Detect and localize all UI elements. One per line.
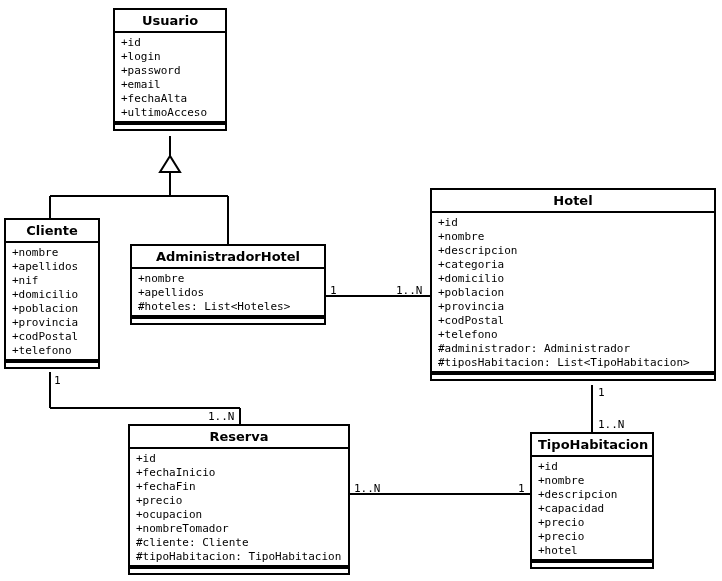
- multiplicity-label: 1: [518, 482, 525, 495]
- class-name: AdministradorHotel: [132, 246, 324, 269]
- class-name: Cliente: [6, 220, 98, 243]
- class-attrs: +id +nombre +descripcion +categoria +dom…: [432, 213, 714, 373]
- multiplicity-label: 1..N: [208, 410, 235, 423]
- class-attrs: +id +fechaInicio +fechaFin +precio +ocup…: [130, 449, 348, 567]
- class-name: Reserva: [130, 426, 348, 449]
- class-administradorhotel: AdministradorHotel +nombre +apellidos #h…: [130, 244, 326, 325]
- class-cliente: Cliente +nombre +apellidos +nif +domicil…: [4, 218, 100, 369]
- class-tipohabitacion: TipoHabitacion +id +nombre +descripcion …: [530, 432, 654, 569]
- class-name: Usuario: [115, 10, 225, 33]
- class-attrs: +nombre +apellidos +nif +domicilio +pobl…: [6, 243, 98, 361]
- class-attrs: +id +login +password +email +fechaAlta +…: [115, 33, 225, 123]
- uml-canvas: Usuario +id +login +password +email +fec…: [0, 0, 722, 581]
- multiplicity-label: 1: [54, 374, 61, 387]
- class-attrs: +nombre +apellidos #hoteles: List<Hotele…: [132, 269, 324, 317]
- multiplicity-label: 1: [598, 386, 605, 399]
- multiplicity-label: 1..N: [354, 482, 381, 495]
- multiplicity-label: 1: [330, 284, 337, 297]
- svg-marker-0: [160, 156, 180, 172]
- class-reserva: Reserva +id +fechaInicio +fechaFin +prec…: [128, 424, 350, 575]
- class-name: Hotel: [432, 190, 714, 213]
- multiplicity-label: 1..N: [598, 418, 625, 431]
- class-name: TipoHabitacion: [532, 434, 652, 457]
- class-attrs: +id +nombre +descripcion +capacidad +pre…: [532, 457, 652, 561]
- class-usuario: Usuario +id +login +password +email +fec…: [113, 8, 227, 131]
- multiplicity-label: 1..N: [396, 284, 423, 297]
- class-hotel: Hotel +id +nombre +descripcion +categori…: [430, 188, 716, 381]
